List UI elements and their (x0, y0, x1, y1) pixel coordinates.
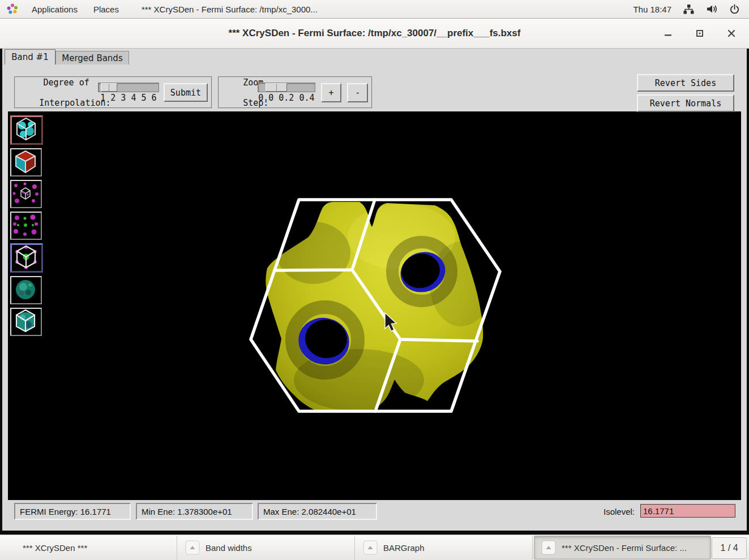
thumbnail-7-preview (11, 309, 40, 334)
thumbnail-4-preview (11, 213, 40, 238)
isolevel-input[interactable] (640, 504, 735, 518)
window-minimize-button[interactable] (661, 26, 675, 41)
zoom-in-button[interactable]: + (321, 83, 342, 102)
tab-band-1[interactable]: Band #1 (5, 49, 55, 64)
panel-active-window-title[interactable]: *** XCrySDen - Fermi Surface: /tmp/xc_30… (142, 5, 318, 14)
window-mini-icon (185, 540, 200, 555)
window-mini-icon (541, 540, 556, 555)
taskbar-item-fermi-surface[interactable]: *** XCrySDen - Fermi Surface: ... (534, 536, 711, 559)
interpolation-slider: 1 2 3 4 5 6 (98, 83, 159, 103)
distributor-logo-icon[interactable] (7, 3, 18, 15)
fermi-surface-canvas[interactable] (8, 111, 741, 502)
taskbar-item-bargraph-label: BARGraph (383, 543, 425, 553)
thumbnail-3[interactable] (10, 180, 42, 208)
volume-icon[interactable] (706, 4, 718, 14)
window-border-right (747, 49, 749, 535)
zoom-out-button[interactable]: - (347, 83, 368, 102)
taskbar-item-xcrysden[interactable]: *** XCrySDen *** (0, 536, 177, 559)
thumbnail-4[interactable] (10, 212, 42, 240)
taskbar-item-xcrysden-label: *** XCrySDen *** (23, 543, 87, 553)
taskbar-item-band-widths[interactable]: Band widths (178, 536, 355, 559)
interpolation-scale-ticks: 1 2 3 4 5 6 (98, 93, 159, 103)
window-border-bottom (0, 531, 749, 535)
zoom-step-label: Zoom Step: (222, 67, 252, 118)
menu-applications-label: Applications (32, 5, 78, 14)
workspace-pager[interactable]: 1 / 4 (712, 537, 747, 559)
window-close-button[interactable] (724, 26, 739, 41)
panel-status-area: Thu 18:47 (633, 4, 749, 15)
revert-normals-button[interactable]: Revert Normals (637, 94, 734, 112)
fermi-energy-readout: FERMI Energy: 16.1771 (14, 503, 131, 520)
surface-thumbnail-list (10, 115, 43, 336)
desktop-top-panel: Applications Places *** XCrySDen - Fermi… (0, 0, 749, 19)
thumbnail-5[interactable] (10, 243, 43, 273)
window-title: *** XCrySDen - Fermi Surface: /tmp/xc_30… (229, 28, 521, 39)
isolevel-label: Isolevel: (604, 503, 635, 520)
max-energy-readout: Max Ene: 2.082440e+01 (258, 503, 377, 520)
thumbnail-1-preview (12, 117, 40, 142)
window-controls (661, 19, 739, 48)
render-viewport[interactable] (8, 111, 741, 500)
desktop-taskbar: *** XCrySDen *** Band widths BARGraph **… (0, 535, 749, 560)
revert-sides-button[interactable]: Revert Sides (637, 74, 734, 92)
network-icon[interactable] (683, 4, 695, 15)
thumbnail-2[interactable] (10, 148, 42, 176)
thumbnail-7[interactable] (10, 308, 42, 336)
interpolation-slider-handle[interactable] (101, 83, 117, 92)
thumbnail-1[interactable] (10, 115, 43, 145)
thumbnail-6-preview (11, 277, 40, 302)
menu-applications[interactable]: Applications (24, 1, 85, 18)
window-mini-icon (363, 540, 378, 555)
tab-merged-bands[interactable]: Merged Bands (55, 51, 129, 64)
power-icon[interactable] (729, 4, 740, 15)
submit-button[interactable]: Submit (164, 83, 208, 102)
window-maximize-button[interactable] (692, 26, 707, 41)
interpolation-label: Degree of Interpolation: (19, 67, 93, 118)
clock[interactable]: Thu 18:47 (633, 5, 671, 14)
zoom-step-slider-handle[interactable] (266, 83, 287, 92)
zoom-step-slider-trough[interactable] (258, 83, 315, 92)
thumbnail-3-preview (11, 181, 40, 206)
zoom-step-slider: 0.0 0.2 0.4 (258, 83, 315, 103)
taskbar-item-fermi-surface-label: *** XCrySDen - Fermi Surface: ... (562, 543, 687, 553)
taskbar-item-band-widths-label: Band widths (206, 543, 252, 553)
zoom-step-group: Zoom Step: 0.0 0.2 0.4 + - (218, 76, 373, 109)
menu-places-label: Places (93, 5, 119, 14)
window-border-left (0, 49, 2, 535)
window-titlebar[interactable]: *** XCrySDen - Fermi Surface: /tmp/xc_30… (0, 19, 749, 49)
min-energy-readout: Min Ene: 1.378300e+01 (136, 503, 253, 520)
thumbnail-2-preview (11, 149, 40, 174)
zoom-step-scale-ticks: 0.0 0.2 0.4 (258, 93, 315, 103)
menu-places[interactable]: Places (85, 1, 127, 18)
interpolation-slider-trough[interactable] (98, 83, 159, 92)
interpolation-group: Degree of Interpolation: 1 2 3 4 5 6 Sub… (14, 76, 212, 109)
thumbnail-5-preview (12, 245, 40, 270)
interpolation-label-line1: Degree of (43, 77, 89, 88)
taskbar-item-bargraph[interactable]: BARGraph (356, 536, 533, 559)
thumbnail-6[interactable] (10, 276, 42, 304)
